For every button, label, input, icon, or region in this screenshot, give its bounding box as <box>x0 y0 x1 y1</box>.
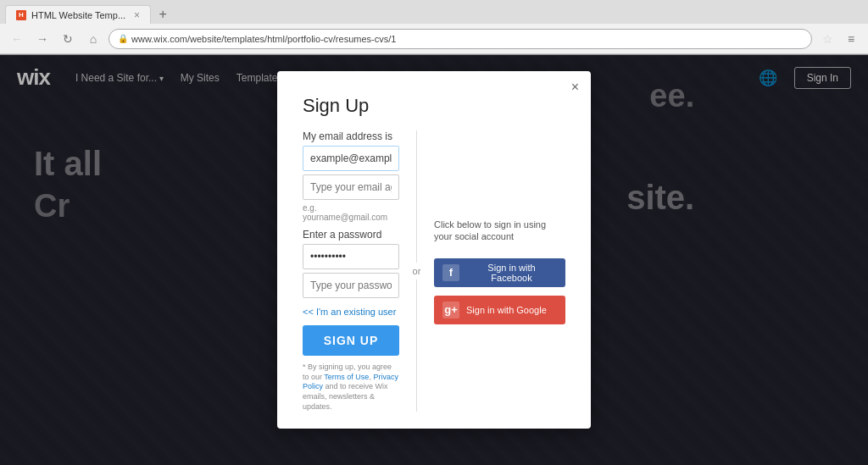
facebook-label: Sign in with Facebook <box>466 263 557 283</box>
browser-tab[interactable]: H HTML Website Temp... × <box>5 5 151 24</box>
facebook-icon: f <box>442 264 459 281</box>
bookmark-button[interactable]: ☆ <box>817 29 837 49</box>
google-signin-button[interactable]: g+ Sign in with Google <box>434 296 565 324</box>
password-label: Enter a password <box>303 229 399 241</box>
email-hint: e.g. yourname@gmail.com <box>303 203 399 222</box>
email-label: My email address is <box>303 130 399 142</box>
signup-button[interactable]: SIGN UP <box>303 325 399 356</box>
tab-favicon: H <box>16 10 26 20</box>
social-label: Click below to sign in using your social… <box>434 219 565 243</box>
password-input[interactable] <box>303 244 399 269</box>
or-label: or <box>413 263 421 280</box>
browser-chrome: H HTML Website Temp... × + ← → ↻ ⌂ 🔒 www… <box>0 0 868 55</box>
page-background: wix I Need a Site for... My Sites Templa… <box>0 54 868 465</box>
home-button[interactable]: ⌂ <box>83 29 103 49</box>
facebook-signin-button[interactable]: f Sign in with Facebook <box>434 258 565 287</box>
modal-title: Sign Up <box>303 95 565 117</box>
tab-bar: H HTML Website Temp... × + <box>0 0 868 24</box>
terms-of-use-link[interactable]: Terms of Use <box>324 373 369 381</box>
modal-divider: or <box>416 130 417 412</box>
modal-overlay: × Sign Up My email address is e.g. yourn… <box>0 54 868 465</box>
terms-text: * By signing up, you agree to our Terms … <box>303 363 399 412</box>
signup-modal: × Sign Up My email address is e.g. yourn… <box>277 71 591 429</box>
back-button[interactable]: ← <box>7 29 27 49</box>
toolbar-right: ☆ ≡ <box>817 29 861 49</box>
modal-close-button[interactable]: × <box>571 80 579 95</box>
lock-icon: 🔒 <box>118 34 128 43</box>
modal-body: My email address is e.g. yourname@gmail.… <box>303 130 565 412</box>
password-confirm-input[interactable] <box>303 273 399 298</box>
menu-button[interactable]: ≡ <box>841 29 861 49</box>
email-input[interactable] <box>303 146 399 171</box>
tab-close-btn[interactable]: × <box>134 9 140 21</box>
modal-form: My email address is e.g. yourname@gmail.… <box>303 130 399 412</box>
address-text: www.wix.com/website/templates/html/portf… <box>131 34 396 44</box>
existing-user-link[interactable]: << I'm an existing user <box>303 307 399 317</box>
tab-label: HTML Website Temp... <box>31 10 125 20</box>
modal-social: Click below to sign in using your social… <box>434 130 565 412</box>
email-confirm-input[interactable] <box>303 174 399 200</box>
google-label: Sign in with Google <box>466 305 547 315</box>
browser-toolbar: ← → ↻ ⌂ 🔒 www.wix.com/website/templates/… <box>0 24 868 54</box>
refresh-button[interactable]: ↻ <box>58 29 78 49</box>
forward-button[interactable]: → <box>32 29 53 49</box>
address-bar[interactable]: 🔒 www.wix.com/website/templates/html/por… <box>108 29 812 49</box>
google-icon: g+ <box>442 302 459 318</box>
new-tab-button[interactable]: + <box>154 6 171 23</box>
